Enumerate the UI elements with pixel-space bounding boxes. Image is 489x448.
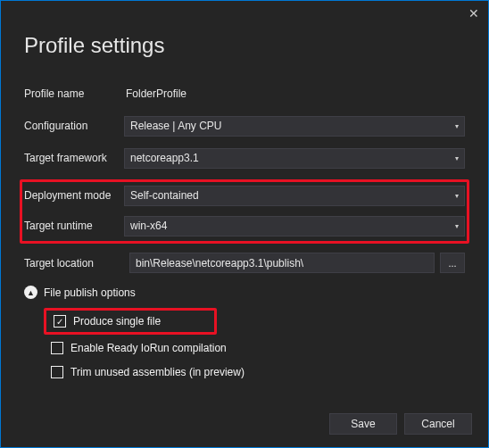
trim-label: Trim unused assemblies (in preview) [70,366,244,378]
configuration-value: Release | Any CPU [130,120,222,132]
target-runtime-row: Target runtime win-x64 ▾ [24,215,465,236]
target-framework-row: Target framework netcoreapp3.1 ▾ [24,147,465,169]
target-location-row: Target location bin\Release\netcoreapp3.… [24,253,465,273]
dialog-content: Profile settings Profile name FolderProf… [1,26,488,381]
trim-checkbox[interactable] [51,366,63,378]
deployment-mode-label: Deployment mode [24,189,124,202]
target-location-value: bin\Release\netcoreapp3.1\publish\ [136,257,303,270]
dialog-footer: Save Cancel [329,413,472,435]
titlebar: ✕ [1,1,488,26]
target-runtime-dropdown[interactable]: win-x64 ▾ [124,216,465,236]
page-title: Profile settings [24,33,465,58]
deployment-mode-row: Deployment mode Self-contained ▾ [24,185,465,206]
target-framework-dropdown[interactable]: netcoreapp3.1 ▾ [124,148,465,169]
single-file-row: Produce single file [54,312,161,330]
target-location-input[interactable]: bin\Release\netcoreapp3.1\publish\ [129,253,435,273]
target-framework-value: netcoreapp3.1 [130,152,199,164]
trim-row: Trim unused assemblies (in preview) [51,363,465,381]
chevron-down-icon: ▾ [455,154,459,162]
save-button[interactable]: Save [329,413,397,435]
chevron-down-icon: ▾ [455,192,459,200]
deployment-mode-dropdown[interactable]: Self-contained ▾ [124,186,465,206]
file-publish-label: File publish options [44,286,136,299]
close-icon[interactable]: ✕ [468,6,479,21]
configuration-label: Configuration [24,120,124,132]
highlight-box-2: Produce single file [44,308,217,335]
browse-button[interactable]: ... [440,253,465,273]
deployment-mode-value: Self-contained [130,189,199,202]
collapse-icon[interactable]: ▲ [24,286,37,299]
chevron-down-icon: ▾ [455,222,459,230]
target-runtime-label: Target runtime [24,220,124,232]
profile-name-value: FolderProfile [124,84,465,104]
cancel-button[interactable]: Cancel [404,413,472,435]
single-file-label: Produce single file [73,315,161,328]
file-publish-header: ▲ File publish options [24,286,465,299]
single-file-checkbox[interactable] [54,315,66,328]
configuration-row: Configuration Release | Any CPU ▾ [24,115,465,137]
target-location-label: Target location [24,257,124,270]
target-framework-label: Target framework [24,152,124,164]
ready-to-run-checkbox[interactable] [51,342,63,354]
ready-to-run-label: Enable Ready IoRun compilation [70,342,227,354]
profile-name-label: Profile name [24,87,124,100]
configuration-dropdown[interactable]: Release | Any CPU ▾ [124,116,465,137]
ready-to-run-row: Enable Ready IoRun compilation [51,339,465,357]
profile-name-row: Profile name FolderProfile [24,83,465,104]
target-runtime-value: win-x64 [130,220,167,232]
highlight-box-1: Deployment mode Self-contained ▾ Target … [20,179,469,244]
chevron-down-icon: ▾ [455,122,459,130]
